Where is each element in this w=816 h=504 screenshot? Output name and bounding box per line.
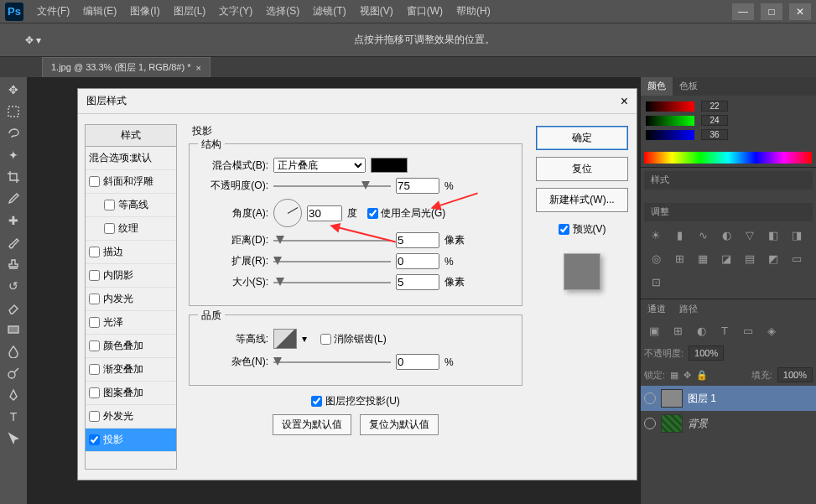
ok-button[interactable]: 确定 — [536, 126, 628, 150]
marquee-tool[interactable] — [3, 102, 24, 121]
new-style-button[interactable]: 新建样式(W)... — [536, 188, 628, 212]
menu-type[interactable]: 文字(Y) — [212, 0, 259, 23]
outerglow-checkbox[interactable] — [89, 411, 100, 422]
red-slider[interactable] — [646, 101, 694, 112]
stamp-tool[interactable] — [3, 255, 24, 273]
menu-file[interactable]: 文件(F) — [30, 0, 76, 23]
exposure-icon[interactable]: ◐ — [718, 226, 735, 243]
opacity-slider[interactable] — [273, 180, 391, 192]
knockout-label[interactable]: 图层挖空投影(U) — [311, 394, 400, 408]
noise-slider[interactable] — [273, 356, 391, 368]
menu-image[interactable]: 图像(I) — [123, 0, 166, 23]
gradient-tool[interactable] — [3, 320, 24, 339]
selcolor-icon[interactable]: ⊡ — [647, 273, 664, 290]
fill-value[interactable]: 100% — [777, 367, 813, 382]
gradmap-icon[interactable]: ▭ — [788, 250, 805, 267]
distance-input[interactable] — [396, 232, 439, 248]
opacity-value[interactable]: 100% — [689, 346, 724, 361]
blue-slider[interactable] — [646, 130, 694, 140]
hue-strip[interactable] — [644, 152, 812, 164]
hue-icon[interactable]: ◧ — [765, 226, 782, 243]
menu-select[interactable]: 选择(S) — [259, 0, 306, 23]
contour-checkbox[interactable] — [104, 200, 115, 210]
preview-checkbox[interactable] — [559, 224, 569, 235]
red-value[interactable] — [701, 101, 728, 112]
dropshadow-checkbox[interactable] — [89, 434, 100, 445]
contour-dropdown-icon[interactable]: ▾ — [302, 333, 307, 345]
brush-tool[interactable] — [3, 233, 24, 252]
tab-channels[interactable]: 通道 — [641, 299, 673, 319]
blur-tool[interactable] — [3, 342, 24, 361]
heal-tool[interactable]: ✚ — [3, 211, 24, 230]
pen-tool[interactable] — [3, 386, 24, 404]
angle-dial[interactable] — [273, 199, 302, 227]
close-window-button[interactable]: ✕ — [789, 3, 811, 20]
blend-mode-select[interactable]: 正片叠底 — [273, 158, 366, 173]
menu-filter[interactable]: 滤镜(T) — [306, 0, 352, 23]
style-texture[interactable]: 纹理 — [86, 217, 176, 241]
style-inner-glow[interactable]: 内发光 — [86, 288, 176, 311]
filter-smart-icon[interactable]: ◈ — [763, 322, 780, 339]
cancel-button[interactable]: 复位 — [536, 157, 628, 181]
spread-input[interactable] — [396, 253, 439, 269]
style-bevel[interactable]: 斜面和浮雕 — [86, 170, 176, 194]
gradoverlay-checkbox[interactable] — [89, 364, 100, 375]
lock-position-icon[interactable]: ✥ — [683, 370, 691, 381]
invert-icon[interactable]: ◪ — [718, 250, 735, 267]
maximize-button[interactable]: □ — [761, 3, 782, 20]
levels-icon[interactable]: ▮ — [671, 226, 688, 243]
style-contour[interactable]: 等高线 — [86, 194, 176, 217]
spread-slider[interactable] — [273, 256, 391, 268]
texture-checkbox[interactable] — [104, 223, 115, 234]
stroke-checkbox[interactable] — [89, 247, 100, 257]
minimize-button[interactable]: — — [732, 3, 754, 20]
innerglow-checkbox[interactable] — [89, 294, 100, 304]
bevel-checkbox[interactable] — [89, 176, 100, 187]
move-tool[interactable]: ✥ — [3, 81, 24, 99]
dodge-tool[interactable] — [3, 364, 24, 382]
poster-icon[interactable]: ▤ — [741, 250, 758, 267]
lookup-icon[interactable]: ▦ — [694, 250, 711, 267]
green-slider[interactable] — [646, 116, 694, 126]
noise-input[interactable] — [396, 354, 439, 370]
filter-pick-icon[interactable]: ▣ — [646, 322, 663, 339]
coloroverlay-checkbox[interactable] — [89, 340, 100, 351]
menu-edit[interactable]: 编辑(E) — [76, 0, 123, 23]
size-input[interactable] — [396, 274, 439, 290]
filter-image-icon[interactable]: ⊞ — [669, 322, 686, 339]
lasso-tool[interactable] — [3, 124, 24, 143]
make-default-button[interactable]: 设置为默认值 — [273, 414, 351, 435]
antialias-label[interactable]: 消除锯齿(L) — [320, 332, 387, 346]
lock-pixels-icon[interactable]: ▦ — [670, 370, 678, 381]
innershadow-checkbox[interactable] — [89, 270, 100, 281]
visibility-icon[interactable] — [644, 418, 656, 429]
satin-checkbox[interactable] — [89, 317, 100, 328]
menu-layer[interactable]: 图层(L) — [167, 0, 213, 23]
green-value[interactable] — [701, 115, 728, 126]
wand-tool[interactable]: ✦ — [3, 146, 24, 164]
path-select-tool[interactable] — [3, 429, 24, 448]
lock-all-icon[interactable]: 🔒 — [696, 370, 708, 381]
style-blending-options[interactable]: 混合选项:默认 — [86, 147, 176, 170]
bw-icon[interactable]: ◨ — [788, 226, 805, 243]
layer-row-1[interactable]: 图层 1 — [641, 386, 816, 411]
style-outer-glow[interactable]: 外发光 — [86, 405, 176, 429]
style-inner-shadow[interactable]: 内阴影 — [86, 264, 176, 288]
tab-adjustments[interactable]: 调整 — [644, 203, 676, 221]
tab-styles[interactable]: 样式 — [644, 171, 676, 190]
type-tool[interactable]: T — [3, 408, 24, 426]
history-brush-tool[interactable]: ↺ — [3, 277, 24, 295]
filter-adjust-icon[interactable]: ◐ — [693, 322, 709, 339]
eyedropper-tool[interactable] — [3, 190, 24, 208]
curves-icon[interactable]: ∿ — [694, 226, 711, 243]
style-drop-shadow[interactable]: 投影 — [86, 429, 176, 452]
dialog-titlebar[interactable]: 图层样式 × — [78, 89, 637, 114]
style-list-header[interactable]: 样式 — [86, 125, 176, 147]
tab-color[interactable]: 颜色 — [641, 77, 673, 96]
patoverlay-checkbox[interactable] — [89, 387, 100, 398]
style-satin[interactable]: 光泽 — [86, 311, 176, 335]
layer-row-bg[interactable]: 背景 — [641, 411, 816, 436]
style-pattern-overlay[interactable]: 图案叠加 — [86, 382, 176, 405]
filter-shape-icon[interactable]: ▭ — [740, 322, 756, 339]
document-tab[interactable]: 1.jpg @ 33.3% (图层 1, RGB/8#) * × — [42, 57, 210, 77]
